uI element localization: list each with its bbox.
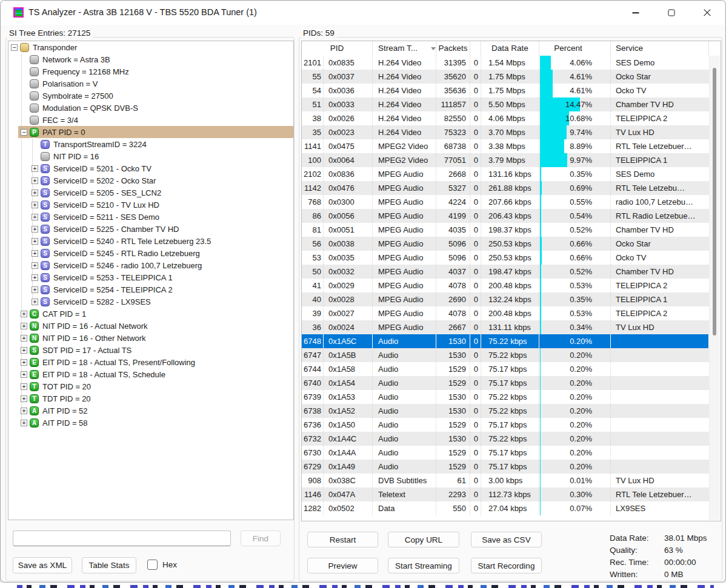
pid-table-row[interactable]: 67380x1A52Audio1530075.22 kbps0.20% — [302, 404, 709, 418]
tree-item[interactable]: +TTOT PID = 20 — [8, 380, 293, 392]
preview-button[interactable]: Preview — [307, 558, 378, 573]
expand-icon[interactable]: + — [32, 299, 38, 305]
expand-icon[interactable]: + — [21, 383, 27, 390]
expand-icon[interactable]: + — [32, 226, 38, 233]
expand-icon[interactable]: + — [32, 214, 38, 220]
start-streaming-button[interactable]: Start Streaming — [388, 558, 459, 573]
pid-table-row[interactable]: 67390x1A53Audio1530075.22 kbps0.20% — [302, 390, 709, 404]
tree-item[interactable]: +AAIT PID = 58 — [8, 417, 293, 429]
expand-icon[interactable]: + — [21, 420, 27, 426]
close-button[interactable] — [693, 1, 721, 25]
pid-table-row[interactable]: 510x0033H.264 Video11185705.50 Mbps14.47… — [302, 97, 709, 111]
column-header-stream-type[interactable]: Stream T... — [373, 41, 436, 56]
pid-table-row[interactable]: 1000x0064MPEG2 Video7705103.79 Mbps9.97%… — [302, 153, 709, 167]
expand-icon[interactable]: + — [32, 165, 38, 172]
tree-item[interactable]: +SServiceID = 5254 - TELEIPPICA 2 — [8, 283, 293, 296]
pid-table-row[interactable]: 530x0035MPEG Audio50960250.53 kbps0.66%O… — [302, 251, 709, 265]
expand-icon[interactable]: + — [32, 190, 38, 196]
tree-item[interactable]: TTransportStreamID = 3224 — [8, 138, 293, 150]
tree-item[interactable]: Frequency = 12168 MHz — [8, 65, 293, 78]
pid-table-row[interactable]: 410x0029MPEG Audio40780200.48 kbps0.53%T… — [302, 279, 709, 292]
expand-icon[interactable]: + — [21, 311, 27, 317]
save-as-xml-button[interactable]: Save as XML — [13, 557, 72, 573]
collapse-icon[interactable]: − — [21, 129, 27, 136]
expand-icon[interactable]: + — [21, 323, 27, 329]
tree-item[interactable]: +EEIT PID = 18 - Actual TS, Present/Foll… — [8, 356, 293, 368]
tree-item[interactable]: −PPAT PID = 0 — [8, 126, 293, 138]
expand-icon[interactable]: + — [32, 202, 38, 208]
si-tree[interactable]: −TransponderNetwork = Astra 3BFrequency … — [8, 41, 294, 520]
tree-item[interactable]: +AAIT PID = 52 — [8, 405, 293, 417]
copy-url-button[interactable]: Copy URL — [388, 532, 459, 547]
save-as-csv-button[interactable]: Save as CSV — [471, 532, 542, 547]
maximize-button[interactable] — [658, 1, 685, 25]
column-header-percent[interactable]: Percent — [539, 41, 611, 56]
pid-table-row[interactable]: 500x0032MPEG Audio40370198.47 kbps0.52%C… — [302, 265, 709, 279]
collapse-icon[interactable]: − — [11, 44, 18, 51]
pid-table-row[interactable]: 11460x047ATeletext22930112.73 kbps0.30%R… — [302, 487, 709, 501]
tree-item[interactable]: NIT PID = 16 — [8, 150, 293, 162]
pid-table-row[interactable]: 11420x0476MPEG Audio53270261.88 kbps0.69… — [302, 181, 709, 195]
tree-item[interactable]: FEC = 3/4 — [8, 114, 293, 126]
tree-item[interactable]: +SServiceID = 5202 - Ocko Star — [8, 174, 293, 187]
tree-item[interactable]: +SServiceID = 5245 - RTL Radio Letzebuer… — [8, 247, 293, 259]
tree-item[interactable]: +SServiceID = 5210 - TV Lux HD — [8, 199, 293, 211]
expand-icon[interactable]: + — [32, 286, 38, 293]
pid-table-row[interactable]: 390x0027MPEG Audio40780200.48 kbps0.53%T… — [302, 306, 709, 320]
expand-icon[interactable]: + — [21, 408, 27, 414]
minimize-button[interactable] — [622, 1, 650, 25]
expand-icon[interactable]: + — [32, 238, 38, 245]
tree-item[interactable]: +EEIT PID = 18 - Actual TS, Schedule — [8, 368, 293, 380]
pid-table-row[interactable]: 67440x1A58Audio1529075.17 kbps0.20% — [302, 362, 709, 376]
column-header-data-rate[interactable]: Data Rate — [481, 41, 539, 56]
expand-icon[interactable]: + — [32, 262, 38, 269]
pid-table-row[interactable]: 11410x0475MPEG2 Video6873803.38 Mbps8.89… — [302, 139, 709, 153]
pid-table-row[interactable]: 21010x0835H.264 Video3139501.54 Mbps4.06… — [302, 56, 709, 70]
column-header-pid[interactable]: PID — [302, 41, 373, 56]
tree-item[interactable]: +SServiceID = 5201 - Ocko TV — [8, 162, 293, 174]
pid-table-row[interactable]: 560x0038MPEG Audio50960250.53 kbps0.66%O… — [302, 237, 709, 251]
tree-item[interactable]: +SServiceID = 5225 - Chamber TV HD — [8, 223, 293, 235]
table-stats-button[interactable]: Table Stats — [82, 557, 136, 573]
tree-item[interactable]: +NNIT PID = 16 - Other Network — [8, 332, 293, 344]
find-input[interactable] — [13, 530, 231, 546]
pid-table-row[interactable]: 550x0037H.264 Video3562001.75 Mbps4.61%O… — [302, 70, 709, 84]
expand-icon[interactable]: + — [21, 335, 27, 342]
tree-item[interactable]: +SServiceID = 5282 - LX9SES — [8, 296, 293, 308]
hex-checkbox[interactable] — [147, 560, 158, 570]
expand-icon[interactable]: + — [32, 177, 38, 184]
scrollbar-thumb[interactable] — [713, 68, 716, 335]
pid-table-row[interactable]: 21020x0836MPEG Audio26680131.16 kbps0.35… — [302, 167, 709, 181]
expand-icon[interactable]: + — [21, 359, 27, 366]
pid-table-row[interactable]: 67290x1A49Audio1529075.17 kbps0.20% — [302, 460, 709, 474]
pid-table-row[interactable]: 67470x1A5BAudio1530075.22 kbps0.20% — [302, 348, 709, 362]
find-button[interactable]: Find — [241, 530, 281, 546]
tree-item[interactable]: +TTDT PID = 20 — [8, 392, 293, 405]
tree-item[interactable]: +SServiceID = 5211 - SES Demo — [8, 211, 293, 223]
pid-table-row[interactable]: 67320x1A4CAudio1530075.22 kbps0.20% — [302, 432, 709, 446]
pid-table-row[interactable]: 350x0023H.264 Video7532303.70 Mbps9.74%T… — [302, 125, 709, 139]
expand-icon[interactable]: + — [21, 371, 27, 378]
pid-table-row[interactable]: 7680x0300MPEG Audio42240207.66 kbps0.55%… — [302, 195, 709, 209]
column-header-blank[interactable] — [470, 41, 481, 56]
pid-table-row[interactable]: 67400x1A54Audio1529075.17 kbps0.20% — [302, 376, 709, 390]
column-header-packets[interactable]: Packets — [436, 41, 470, 56]
expand-icon[interactable]: + — [32, 250, 38, 257]
tree-item[interactable]: +SSDT PID = 17 - Actual TS — [8, 344, 293, 356]
pid-table-row[interactable]: 67300x1A4AAudio1529075.17 kbps0.20% — [302, 446, 709, 460]
pid-table-row[interactable]: 860x0056MPEG Audio41990206.43 kbps0.54%R… — [302, 209, 709, 223]
tree-item[interactable]: +SServiceID = 5253 - TELEIPPICA 1 — [8, 271, 293, 283]
tree-item[interactable]: +SServiceID = 5246 - radio 100,7 Letzebu… — [8, 259, 293, 271]
pid-table-row[interactable]: 380x0026H.264 Video8255004.06 Mbps10.68%… — [302, 111, 709, 125]
pid-table-row[interactable]: 810x0051MPEG Audio40350198.37 kbps0.52%C… — [302, 223, 709, 237]
expand-icon[interactable]: + — [21, 395, 27, 402]
tree-item[interactable]: +SServiceID = 5205 - SES_LCN2 — [8, 187, 293, 199]
start-recording-button[interactable]: Start Recording — [471, 558, 542, 573]
tree-item[interactable]: +SServiceID = 5240 - RTL Tele Letzebuerg… — [8, 235, 293, 247]
vertical-scrollbar[interactable] — [709, 56, 720, 520]
expand-icon[interactable]: + — [32, 274, 38, 281]
tree-item[interactable]: +NNIT PID = 16 - Actual Network — [8, 320, 293, 332]
tree-item[interactable]: +CCAT PID = 1 — [8, 308, 293, 320]
pid-table-row[interactable]: 9080x038CDVB Subtitles6103.00 kbps0.01%T… — [302, 474, 709, 487]
restart-button[interactable]: Restart — [307, 532, 378, 547]
